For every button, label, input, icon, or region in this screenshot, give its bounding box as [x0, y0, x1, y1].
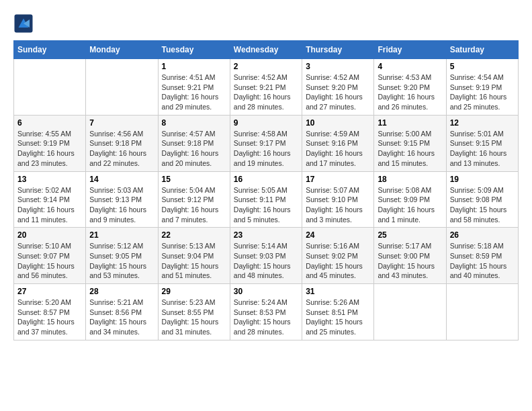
calendar-cell: 27Sunrise: 5:20 AM Sunset: 8:57 PM Dayli…: [14, 284, 86, 340]
day-number: 26: [450, 230, 515, 240]
day-number: 23: [234, 230, 298, 240]
calendar-cell: 8Sunrise: 4:57 AM Sunset: 9:18 PM Daylig…: [158, 115, 230, 171]
calendar-cell: 30Sunrise: 5:24 AM Sunset: 8:53 PM Dayli…: [230, 284, 302, 340]
calendar-cell: 4Sunrise: 4:53 AM Sunset: 9:20 PM Daylig…: [374, 59, 446, 116]
day-number: 14: [89, 175, 154, 184]
day-info: Sunrise: 4:58 AM Sunset: 9:17 PM Dayligh…: [234, 129, 298, 169]
day-info: Sunrise: 5:08 AM Sunset: 9:09 PM Dayligh…: [378, 185, 442, 225]
day-info: Sunrise: 5:10 AM Sunset: 9:07 PM Dayligh…: [17, 241, 82, 281]
day-info: Sunrise: 5:02 AM Sunset: 9:14 PM Dayligh…: [17, 185, 82, 225]
day-number: 2: [234, 62, 298, 71]
day-info: Sunrise: 5:26 AM Sunset: 8:51 PM Dayligh…: [306, 298, 370, 337]
column-header-sunday: Sunday: [14, 41, 86, 59]
column-header-thursday: Thursday: [302, 41, 374, 59]
day-info: Sunrise: 5:03 AM Sunset: 9:13 PM Dayligh…: [89, 185, 154, 225]
day-number: 22: [162, 230, 226, 240]
day-info: Sunrise: 5:21 AM Sunset: 8:56 PM Dayligh…: [89, 298, 154, 337]
day-info: Sunrise: 4:51 AM Sunset: 9:21 PM Dayligh…: [162, 73, 226, 112]
day-info: Sunrise: 5:13 AM Sunset: 9:04 PM Dayligh…: [162, 241, 226, 281]
day-number: 4: [378, 62, 442, 71]
calendar-cell: 3Sunrise: 4:52 AM Sunset: 9:20 PM Daylig…: [302, 59, 374, 116]
calendar-cell: [86, 59, 158, 116]
day-info: Sunrise: 5:09 AM Sunset: 9:08 PM Dayligh…: [450, 185, 515, 225]
logo-icon: [13, 13, 34, 34]
day-info: Sunrise: 5:05 AM Sunset: 9:11 PM Dayligh…: [234, 185, 298, 225]
day-info: Sunrise: 5:14 AM Sunset: 9:03 PM Dayligh…: [234, 241, 298, 281]
day-info: Sunrise: 4:57 AM Sunset: 9:18 PM Dayligh…: [162, 129, 226, 169]
day-number: 9: [234, 118, 298, 128]
day-number: 19: [450, 175, 515, 184]
day-info: Sunrise: 5:20 AM Sunset: 8:57 PM Dayligh…: [17, 298, 82, 337]
day-info: Sunrise: 4:54 AM Sunset: 9:19 PM Dayligh…: [450, 73, 515, 112]
day-number: 10: [306, 118, 370, 128]
day-info: Sunrise: 5:18 AM Sunset: 8:59 PM Dayligh…: [450, 241, 515, 281]
day-number: 21: [89, 230, 154, 240]
calendar-cell: 6Sunrise: 4:55 AM Sunset: 9:19 PM Daylig…: [14, 115, 86, 171]
day-info: Sunrise: 5:07 AM Sunset: 9:10 PM Dayligh…: [306, 185, 370, 225]
day-number: 17: [306, 175, 370, 184]
day-info: Sunrise: 5:17 AM Sunset: 9:00 PM Dayligh…: [378, 241, 442, 281]
calendar-table: SundayMondayTuesdayWednesdayThursdayFrid…: [13, 40, 519, 340]
calendar-cell: 10Sunrise: 4:59 AM Sunset: 9:16 PM Dayli…: [302, 115, 374, 171]
column-header-friday: Friday: [374, 41, 446, 59]
calendar-cell: 11Sunrise: 5:00 AM Sunset: 9:15 PM Dayli…: [374, 115, 446, 171]
calendar-cell: 16Sunrise: 5:05 AM Sunset: 9:11 PM Dayli…: [230, 171, 302, 228]
calendar-cell: 23Sunrise: 5:14 AM Sunset: 9:03 PM Dayli…: [230, 228, 302, 284]
column-header-wednesday: Wednesday: [230, 41, 302, 59]
calendar-cell: 18Sunrise: 5:08 AM Sunset: 9:09 PM Dayli…: [374, 171, 446, 228]
column-header-monday: Monday: [86, 41, 158, 59]
day-info: Sunrise: 4:59 AM Sunset: 9:16 PM Dayligh…: [306, 129, 370, 169]
day-info: Sunrise: 4:52 AM Sunset: 9:21 PM Dayligh…: [234, 73, 298, 112]
week-row-3: 13Sunrise: 5:02 AM Sunset: 9:14 PM Dayli…: [14, 171, 519, 228]
calendar-cell: 14Sunrise: 5:03 AM Sunset: 9:13 PM Dayli…: [86, 171, 158, 228]
day-info: Sunrise: 4:53 AM Sunset: 9:20 PM Dayligh…: [378, 73, 442, 112]
day-number: 15: [162, 175, 226, 184]
day-number: 8: [162, 118, 226, 128]
calendar-cell: 9Sunrise: 4:58 AM Sunset: 9:17 PM Daylig…: [230, 115, 302, 171]
calendar-cell: 17Sunrise: 5:07 AM Sunset: 9:10 PM Dayli…: [302, 171, 374, 228]
day-number: 12: [450, 118, 515, 128]
day-number: 20: [17, 230, 82, 240]
day-info: Sunrise: 4:56 AM Sunset: 9:18 PM Dayligh…: [89, 129, 154, 169]
week-row-2: 6Sunrise: 4:55 AM Sunset: 9:19 PM Daylig…: [14, 115, 519, 171]
day-info: Sunrise: 5:16 AM Sunset: 9:02 PM Dayligh…: [306, 241, 370, 281]
calendar-cell: 20Sunrise: 5:10 AM Sunset: 9:07 PM Dayli…: [14, 228, 86, 284]
day-number: 16: [234, 175, 298, 184]
day-info: Sunrise: 4:55 AM Sunset: 9:19 PM Dayligh…: [17, 129, 82, 169]
page-header: [13, 13, 519, 34]
calendar-cell: [374, 284, 446, 340]
week-row-5: 27Sunrise: 5:20 AM Sunset: 8:57 PM Dayli…: [14, 284, 519, 340]
calendar-cell: 25Sunrise: 5:17 AM Sunset: 9:00 PM Dayli…: [374, 228, 446, 284]
day-number: 24: [306, 230, 370, 240]
day-number: 27: [17, 287, 82, 296]
calendar-cell: 28Sunrise: 5:21 AM Sunset: 8:56 PM Dayli…: [86, 284, 158, 340]
header-row: SundayMondayTuesdayWednesdayThursdayFrid…: [14, 41, 519, 59]
calendar-cell: 24Sunrise: 5:16 AM Sunset: 9:02 PM Dayli…: [302, 228, 374, 284]
day-number: 28: [89, 287, 154, 296]
calendar-cell: 7Sunrise: 4:56 AM Sunset: 9:18 PM Daylig…: [86, 115, 158, 171]
calendar-cell: 29Sunrise: 5:23 AM Sunset: 8:55 PM Dayli…: [158, 284, 230, 340]
calendar-cell: 22Sunrise: 5:13 AM Sunset: 9:04 PM Dayli…: [158, 228, 230, 284]
day-number: 1: [162, 62, 226, 71]
calendar-cell: 26Sunrise: 5:18 AM Sunset: 8:59 PM Dayli…: [446, 228, 518, 284]
day-info: Sunrise: 4:52 AM Sunset: 9:20 PM Dayligh…: [306, 73, 370, 112]
day-number: 30: [234, 287, 298, 296]
day-info: Sunrise: 5:23 AM Sunset: 8:55 PM Dayligh…: [162, 298, 226, 337]
day-info: Sunrise: 5:12 AM Sunset: 9:05 PM Dayligh…: [89, 241, 154, 281]
calendar-cell: 21Sunrise: 5:12 AM Sunset: 9:05 PM Dayli…: [86, 228, 158, 284]
day-info: Sunrise: 5:04 AM Sunset: 9:12 PM Dayligh…: [162, 185, 226, 225]
calendar-cell: 5Sunrise: 4:54 AM Sunset: 9:19 PM Daylig…: [446, 59, 518, 116]
day-info: Sunrise: 5:01 AM Sunset: 9:15 PM Dayligh…: [450, 129, 515, 169]
calendar-cell: 12Sunrise: 5:01 AM Sunset: 9:15 PM Dayli…: [446, 115, 518, 171]
day-number: 31: [306, 287, 370, 296]
day-number: 3: [306, 62, 370, 71]
day-number: 6: [17, 118, 82, 128]
week-row-1: 1Sunrise: 4:51 AM Sunset: 9:21 PM Daylig…: [14, 59, 519, 116]
calendar-cell: 19Sunrise: 5:09 AM Sunset: 9:08 PM Dayli…: [446, 171, 518, 228]
logo: [13, 13, 36, 34]
column-header-tuesday: Tuesday: [158, 41, 230, 59]
calendar-cell: 15Sunrise: 5:04 AM Sunset: 9:12 PM Dayli…: [158, 171, 230, 228]
day-number: 5: [450, 62, 515, 71]
day-number: 13: [17, 175, 82, 184]
calendar-cell: 31Sunrise: 5:26 AM Sunset: 8:51 PM Dayli…: [302, 284, 374, 340]
